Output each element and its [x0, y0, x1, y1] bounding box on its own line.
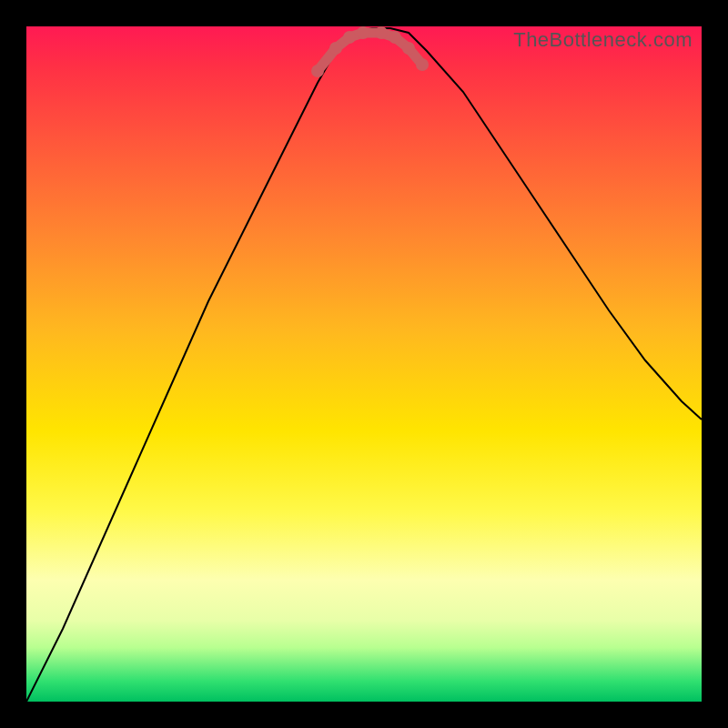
highlight-dot: [311, 65, 324, 77]
chart-frame: TheBottleneck.com: [0, 0, 728, 728]
highlight-dot: [375, 26, 388, 39]
highlight-dot: [329, 42, 342, 55]
highlight-dot: [416, 58, 429, 71]
highlight-dot: [402, 42, 415, 55]
highlight-dot: [343, 31, 356, 44]
curve-layer: [26, 26, 702, 702]
highlight-dot: [389, 31, 401, 44]
highlight-dot: [357, 26, 369, 39]
bottleneck-curve: [26, 28, 702, 702]
plot-area: TheBottleneck.com: [26, 26, 702, 702]
